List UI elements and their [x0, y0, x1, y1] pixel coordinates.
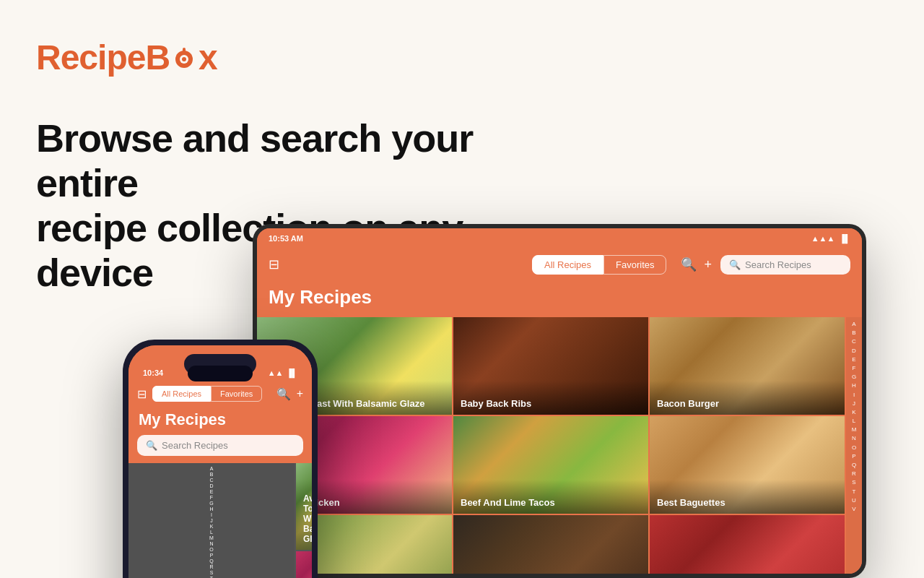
logo-text: RecipeB x	[36, 38, 217, 77]
tablet-time: 10:53 AM	[269, 234, 303, 243]
tablet-nav-icons: 🔍 +	[681, 256, 712, 272]
phone-battery-icon: ▐▌	[286, 368, 297, 377]
battery-icon: ▐▌	[839, 234, 850, 243]
recipe-cell-tacos[interactable]: Beef And Lime Tacos	[453, 416, 648, 514]
devices-container: 10:53 AM ▲▲▲ ▐▌ ⊟ All Recipes Favorites …	[123, 224, 924, 578]
recipe-cell-dark[interactable]: Carbonara	[453, 515, 648, 574]
phone-title: My Recipes	[128, 407, 312, 435]
phone-screen: 10:34 ▲▲ ▐▌ ⊟ All Recipes Favorites 🔍 +	[128, 345, 312, 578]
recipe-cell-ribs[interactable]: Baby Back Ribs	[453, 317, 648, 415]
tablet-navbar: ⊟ All Recipes Favorites 🔍 + 🔍 Search Rec…	[257, 249, 862, 280]
phone-add-icon[interactable]: +	[297, 387, 303, 401]
tablet-status-icons: ▲▲▲ ▐▌	[811, 234, 850, 243]
phone-search-icon[interactable]: 🔍	[276, 387, 291, 401]
phone-segmented-control[interactable]: All Recipes Favorites	[152, 386, 262, 402]
dynamic-island	[188, 366, 253, 381]
search-magnifier-icon: 🔍	[729, 259, 741, 270]
favorites-tab[interactable]: Favorites	[603, 255, 666, 275]
tablet-alpha-sidebar[interactable]: A B C D E F G H I J K L M N O P Q	[846, 317, 862, 574]
phone-search-input[interactable]: 🔍 Search Recipes	[137, 435, 303, 456]
recipe-cell-burger[interactable]: Bacon Burger	[650, 317, 845, 415]
recipe-label-tacos: Beef And Lime Tacos	[453, 480, 648, 514]
phone-favorites-tab[interactable]: Favorites	[211, 386, 262, 402]
phone-search-magnifier: 🔍	[146, 440, 157, 451]
tablet-recipe-grid: Avocado Toast With Balsamic Glaze Baby B…	[257, 317, 862, 574]
phone-searchbar-container: 🔍 Search Recipes	[128, 435, 312, 463]
logo: RecipeB x	[36, 38, 217, 77]
tablet-screen: 10:53 AM ▲▲▲ ▐▌ ⊟ All Recipes Favorites …	[257, 228, 862, 574]
phone-cell-avocado[interactable]: Avocado Toast With Balsamic Glaze	[296, 463, 312, 550]
recipe-label-baguettes: Best Baguettes	[650, 480, 845, 514]
logo-name: RecipeB	[36, 38, 170, 77]
phone-alpha-sidebar[interactable]: A B C D E F G H I J K L M N O P Q	[128, 463, 295, 578]
tablet-title: My Recipes	[257, 280, 862, 317]
phone-folder-icon[interactable]: ⊟	[137, 387, 147, 401]
phone-search-placeholder: Search Recipes	[162, 440, 228, 451]
svg-point-3	[182, 57, 186, 61]
phone-wifi-icon: ▲▲	[268, 368, 284, 377]
recipe-cell-baguettes[interactable]: Best Baguettes	[650, 416, 845, 514]
recipe-label-ribs: Baby Back Ribs	[453, 381, 648, 415]
tablet-search-placeholder: Search Recipes	[745, 259, 811, 270]
phone-notch	[184, 354, 256, 374]
svg-rect-1	[183, 48, 186, 53]
tablet-segmented-control[interactable]: All Recipes Favorites	[532, 255, 667, 275]
recipe-cell-red[interactable]: Chicken Tikka	[650, 515, 845, 574]
phone-all-recipes-tab[interactable]: All Recipes	[152, 386, 211, 402]
tablet-device: 10:53 AM ▲▲▲ ▐▌ ⊟ All Recipes Favorites …	[253, 224, 866, 578]
phone-label-avocado: Avocado Toast With Balsamic Glaze	[296, 479, 312, 550]
phone-device: 10:34 ▲▲ ▐▌ ⊟ All Recipes Favorites 🔍 +	[123, 340, 318, 578]
wifi-icon: ▲▲▲	[811, 234, 835, 243]
tablet-search-icon[interactable]: 🔍	[681, 256, 697, 272]
tablet-folder-icon[interactable]: ⊟	[269, 256, 279, 272]
phone-cell-noodles[interactable]: Bahn Mi Chicken	[296, 551, 312, 578]
tablet-statusbar: 10:53 AM ▲▲▲ ▐▌	[257, 228, 862, 249]
phone-recipe-grid: Avocado Toast With Balsamic Glaze Bahn M…	[128, 463, 312, 578]
phone-status-icons: ▲▲ ▐▌	[268, 368, 297, 377]
phone-nav-icons: 🔍 +	[276, 387, 303, 401]
tablet-add-icon[interactable]: +	[704, 257, 712, 272]
recipe-label-burger: Bacon Burger	[650, 381, 845, 415]
all-recipes-tab[interactable]: All Recipes	[532, 255, 603, 275]
phone-time: 10:34	[143, 368, 163, 377]
logo-name-end: x	[199, 38, 217, 77]
logo-icon	[171, 43, 197, 69]
phone-navbar: ⊟ All Recipes Favorites 🔍 +	[128, 380, 312, 407]
tablet-search-bar[interactable]: 🔍 Search Recipes	[720, 255, 850, 275]
